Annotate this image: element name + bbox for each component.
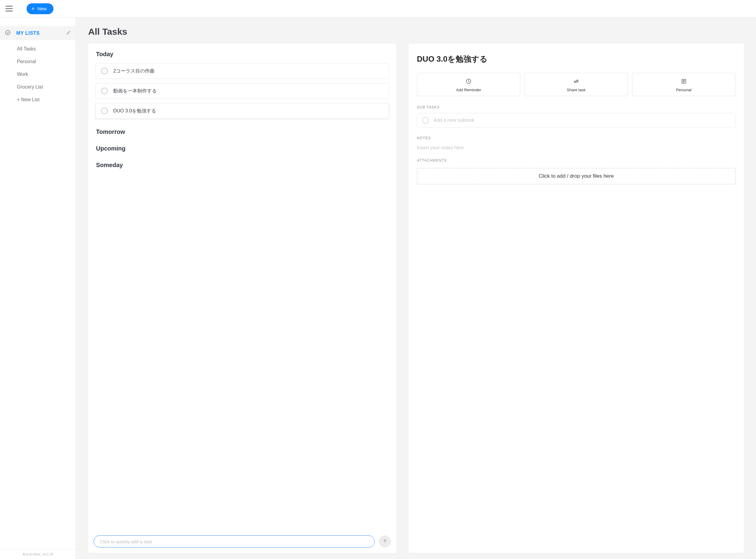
share-task-button[interactable]: Share task (524, 73, 628, 96)
svg-point-3 (577, 80, 578, 81)
task-detail-panel: DUO 3.0を勉強する Add Reminder S (408, 44, 744, 553)
tasks-panel: Today 2コーラス目の作曲 動画を一本制作する DUO 3.0を勉強する T… (88, 44, 396, 553)
sidebar-item-label: Grocery List (17, 84, 43, 89)
notes-heading: NOTES (417, 136, 735, 140)
check-circle-icon (5, 30, 11, 37)
task-checkbox[interactable] (101, 68, 108, 74)
sidebar-item-new-list[interactable]: + New List (0, 93, 76, 106)
section-today: Today (96, 51, 389, 58)
attachments-heading: ATTACHMENTS (417, 158, 735, 162)
sidebar-item-personal[interactable]: Personal (0, 55, 76, 68)
task-row[interactable]: 動画を一本制作する (95, 83, 389, 99)
sidebar-item-label: Work (17, 72, 28, 77)
sidebar-footer: Any.do Beta, v4.2.33 (0, 549, 76, 559)
arrow-up-icon (382, 538, 388, 545)
subtask-input[interactable] (433, 117, 730, 123)
task-checkbox[interactable] (101, 108, 108, 114)
plus-icon: + (31, 6, 35, 12)
svg-point-0 (6, 30, 10, 35)
sidebar-item-grocery[interactable]: Grocery List (0, 81, 76, 93)
quick-add-submit-button[interactable] (379, 535, 391, 547)
main: All Tasks Today 2コーラス目の作曲 動画を一本制作する (76, 18, 756, 559)
attachments-dropzone[interactable]: Click to add / drop your files here (417, 168, 735, 184)
task-checkbox[interactable] (101, 88, 108, 94)
share-icon (527, 77, 625, 85)
task-row[interactable]: DUO 3.0を勉強する (95, 103, 389, 119)
action-label: Personal (635, 88, 733, 92)
section-upcoming: Upcoming (96, 145, 389, 152)
new-button-label: New (38, 6, 47, 11)
add-reminder-button[interactable]: Add Reminder (417, 73, 520, 96)
topbar: + New (0, 0, 756, 18)
list-icon (635, 77, 733, 85)
sidebar-item-label: + New List (17, 97, 40, 102)
sidebar-item-all-tasks[interactable]: All Tasks (0, 43, 76, 55)
subtask-input-row[interactable] (417, 113, 735, 128)
section-someday: Someday (96, 162, 389, 169)
sidebar-item-work[interactable]: Work (0, 68, 76, 81)
sidebar-header-title: MY LISTS (16, 30, 66, 36)
quick-add-input[interactable] (94, 535, 375, 547)
quick-add-bar (88, 531, 396, 553)
subtask-checkbox[interactable] (422, 117, 429, 124)
notes-input[interactable]: Insert your notes here (417, 145, 735, 151)
sidebar-item-label: All Tasks (17, 46, 36, 51)
action-label: Add Reminder (420, 88, 518, 92)
detail-title: DUO 3.0を勉強する (417, 54, 735, 64)
task-label: DUO 3.0を勉強する (113, 108, 156, 114)
task-row[interactable]: 2コーラス目の作曲 (95, 63, 389, 79)
sidebar-item-label: Personal (17, 59, 36, 64)
subtasks-heading: SUB TASKS (417, 105, 735, 109)
list-selector-button[interactable]: Personal (632, 73, 735, 96)
task-label: 動画を一本制作する (113, 88, 157, 94)
menu-icon[interactable] (5, 4, 15, 13)
page-title: All Tasks (88, 27, 744, 37)
svg-point-2 (574, 81, 576, 83)
task-label: 2コーラス目の作曲 (113, 68, 155, 74)
new-button[interactable]: + New (27, 3, 53, 14)
section-tomorrow: Tomorrow (96, 129, 389, 135)
action-label: Share task (527, 88, 625, 92)
clock-icon (420, 77, 518, 85)
pencil-icon[interactable] (66, 30, 71, 36)
sidebar-header[interactable]: MY LISTS (0, 26, 76, 40)
sidebar: MY LISTS All Tasks Personal Work Grocery… (0, 18, 76, 559)
